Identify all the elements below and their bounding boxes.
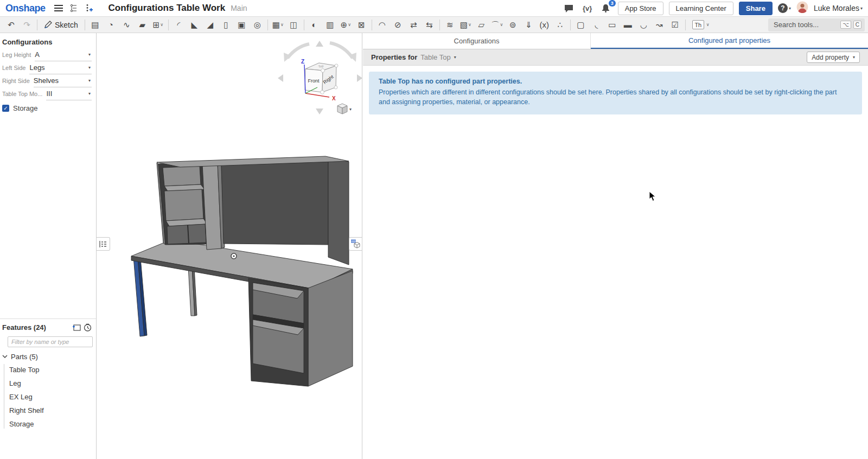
parts-list: Table Top Leg EX Leg Right Shelf Storage: [0, 363, 96, 431]
undo-button[interactable]: ↶: [3, 18, 19, 32]
onshape-logo[interactable]: Onshape: [5, 3, 46, 14]
info-body: Properties which are different in differ…: [379, 88, 845, 107]
caret-down-icon: ▾: [789, 6, 791, 11]
sketch-button[interactable]: Sketch: [40, 18, 82, 32]
config-row: Left Side Legs ▾: [2, 61, 92, 74]
toolbar-button-shell[interactable]: ▣: [234, 18, 250, 32]
toolbar-button-mirror[interactable]: ◫: [286, 18, 302, 32]
part-selector-dropdown[interactable]: Table Top ▾: [420, 53, 456, 61]
config-select[interactable]: III ▾: [46, 87, 92, 100]
toolbar-button-rib[interactable]: ▯: [218, 18, 234, 32]
configuration-inputs: Leg Height A ▾ Left Side Legs ▾ Right Si…: [0, 48, 96, 100]
config-select[interactable]: A ▾: [35, 48, 92, 61]
add-property-button[interactable]: Add property ▾: [807, 52, 860, 63]
no-properties-info-box: Table Top has no configured part propert…: [369, 72, 862, 114]
toolbar-button-loft[interactable]: ▰: [135, 18, 150, 32]
share-button[interactable]: Share: [739, 2, 773, 15]
toolbar-button-thicken[interactable]: ⊞ ∨: [150, 18, 166, 32]
toolbar-button-modify-fillet[interactable]: ◠: [374, 18, 390, 32]
features-filter-input[interactable]: [8, 336, 93, 347]
toolbar-button-delete-face[interactable]: ⊘: [390, 18, 406, 32]
toolbar-button-delete-part[interactable]: ⊠: [354, 18, 369, 32]
document-title[interactable]: Configurations Table Work: [108, 3, 226, 14]
toolbar-button-derived[interactable]: ⇓: [521, 18, 537, 32]
notifications-bell-icon[interactable]: 3: [599, 2, 612, 14]
part-item[interactable]: Leg: [0, 377, 96, 390]
configuration-panel-toggle[interactable]: [349, 237, 362, 251]
toolbar-button-boolean[interactable]: ◐: [307, 18, 322, 32]
part-item[interactable]: EX Leg: [0, 390, 96, 404]
toolbar-button-variable[interactable]: (x): [537, 18, 552, 32]
document-outline-icon[interactable]: [68, 3, 79, 14]
toolbar-button-plane[interactable]: ▱: [474, 18, 489, 32]
caret-down-icon: ▾: [88, 52, 92, 57]
toolbar-button-split[interactable]: ▥: [322, 18, 338, 32]
workspace-name[interactable]: Main: [231, 4, 247, 12]
tree-rail: [4, 364, 4, 429]
toolbar-button-hole[interactable]: ◎: [250, 18, 265, 32]
toolbar-divider: [168, 20, 169, 30]
toolbar-button-move-face[interactable]: ⇄: [406, 18, 422, 32]
toolbar-button-extrude[interactable]: ▤: [87, 18, 103, 32]
tab-configurations[interactable]: Configurations: [363, 33, 591, 49]
config-select[interactable]: Shelves ▾: [34, 74, 92, 87]
featurescript-icon[interactable]: {v}: [581, 2, 594, 14]
app-store-button[interactable]: App Store: [618, 2, 663, 15]
part-item[interactable]: Storage: [0, 417, 96, 431]
back-panel[interactable]: [221, 158, 328, 245]
toolbar-button-sweep[interactable]: ∿: [119, 18, 135, 32]
storage-part[interactable]: [308, 271, 353, 386]
parts-group-toggle[interactable]: Parts (5): [2, 353, 96, 361]
create-folder-icon[interactable]: [71, 322, 82, 332]
redo-button[interactable]: ↷: [19, 18, 35, 32]
toolbar-button-curve[interactable]: ⌒ ∨: [489, 18, 505, 32]
toolbar-button-flatten[interactable]: ▭: [604, 18, 620, 32]
toolbar-button-fillet[interactable]: ◜: [171, 18, 187, 32]
config-select[interactable]: Legs ▾: [29, 61, 92, 74]
toolbar-button-offset-surface[interactable]: ≋: [442, 18, 458, 32]
custom-feature-th-button[interactable]: Th: [692, 20, 704, 29]
properties-for-label: Properties for: [371, 53, 417, 61]
tab-configured-part-properties[interactable]: Configured part properties: [591, 33, 868, 49]
view-cube-front-label[interactable]: Front: [308, 78, 320, 84]
view-cube[interactable]: Front Right Top Z X ▾: [97, 33, 362, 125]
view-options-button[interactable]: [337, 104, 347, 114]
toolbar-button-draft[interactable]: ◢: [202, 18, 218, 32]
storage-checkbox[interactable]: ✓: [2, 105, 9, 112]
toolbar-button-flange[interactable]: ◡: [636, 18, 652, 32]
chevron-down-icon: ∨: [160, 22, 163, 27]
toolbar-button-chamfer[interactable]: ◣: [187, 18, 202, 32]
toolbar-button-tab[interactable]: ▬: [620, 18, 636, 32]
create-element-icon[interactable]: [84, 3, 94, 14]
user-menu[interactable]: Luke Morales ▾: [814, 4, 863, 12]
toolbar-button-spline[interactable]: ↝: [652, 18, 667, 32]
panel-tabs: Configurations Configured part propertie…: [363, 33, 868, 49]
toolbar-button-instances[interactable]: ∴: [552, 18, 568, 32]
rollback-history-icon[interactable]: [82, 322, 93, 332]
comments-icon[interactable]: [563, 2, 576, 14]
search-tools-input[interactable]: Search tools... ⌥ C: [768, 18, 865, 31]
user-avatar[interactable]: [796, 1, 808, 15]
toolbar-button-fill-surface[interactable]: ▧ ∨: [458, 18, 474, 32]
rotate-arc-right[interactable]: [330, 43, 353, 58]
toolbar-button-transform[interactable]: ⊕ ∨: [338, 18, 354, 32]
mouse-cursor: [649, 191, 656, 202]
graphics-viewport[interactable]: Front Right Top Z X ▾: [97, 33, 362, 459]
config-row: Leg Height A ▾: [2, 48, 92, 61]
toolbar-button-revolve[interactable]: ◔: [103, 18, 119, 32]
toolbar-button-helix[interactable]: ⊚: [505, 18, 521, 32]
learning-center-button[interactable]: Learning Center: [669, 2, 733, 15]
help-menu[interactable]: ? ▾: [778, 3, 791, 13]
toolbar-button-replace-face[interactable]: ⇆: [422, 18, 437, 32]
origin-marker[interactable]: [231, 253, 237, 259]
caret-down-icon[interactable]: ▾: [349, 107, 352, 112]
toolbar-button-sheet-metal[interactable]: ▢: [573, 18, 589, 32]
caret-down-icon: ▾: [88, 78, 92, 83]
toolbar-button-linear-pattern[interactable]: ▦ ∨: [270, 18, 286, 32]
part-item[interactable]: Table Top: [0, 363, 96, 377]
menu-icon[interactable]: [53, 3, 64, 14]
feature-list-toggle[interactable]: [97, 237, 110, 251]
part-item[interactable]: Right Shelf: [0, 404, 96, 417]
toolbar-button-finish[interactable]: ☑: [667, 18, 683, 32]
toolbar-button-bend[interactable]: ◟: [589, 18, 604, 32]
